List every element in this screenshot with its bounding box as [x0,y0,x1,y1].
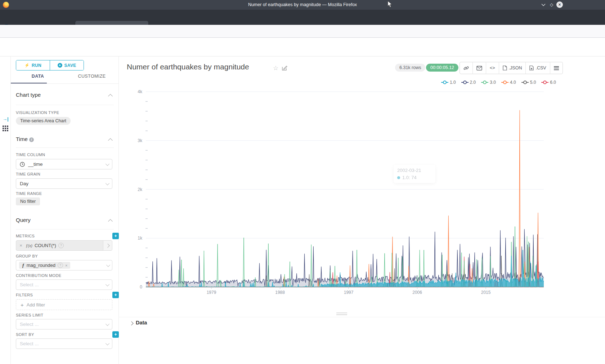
filters-label: FILTERS [16,293,33,297]
group-by-pill[interactable]: ƒ mag_rounded ? × [19,262,70,269]
chevron-down-icon [106,263,110,267]
add-filter-box[interactable]: + Add filter [16,299,112,310]
copy-link-button[interactable] [460,62,472,74]
save-button[interactable]: + SAVE [50,60,84,70]
svg-text:1997: 1997 [344,290,354,295]
metric-item[interactable]: × ƒ(x) COUNT(*) ? [16,240,112,251]
tab-customize[interactable]: CUSTOMIZE [65,74,119,79]
time-range-pill[interactable]: No filter [16,197,40,205]
divider [11,83,119,84]
chevron-down-icon [106,282,109,286]
add-sort-by-button[interactable]: + [112,331,119,338]
embed-code-button[interactable]: <> [486,62,499,74]
edit-title-icon[interactable] [282,65,287,71]
svg-text:2k: 2k [138,187,143,192]
run-button[interactable]: ⚡ RUN [16,60,50,70]
file-csv-icon [529,65,534,70]
metrics-label: METRICS [16,234,35,238]
window-title: Numer of earthquakes by magnitude — Mozi… [0,0,605,10]
chart-menu-button[interactable] [550,62,563,74]
tab-data[interactable]: DATA [11,74,65,79]
timeseries-area-chart[interactable]: 01k2k3k4k19791988199720062015 [119,77,605,302]
mouse-cursor [387,1,393,8]
contribution-mode-select[interactable]: Select ... [16,279,112,290]
series-limit-label: SERIES LIMIT [16,313,43,317]
question-icon: ? [58,263,63,268]
bolt-icon: ⚡ [24,63,30,68]
time-column-select[interactable]: __time [16,159,112,169]
window-minimize-button[interactable] [540,2,546,8]
time-column-value: __time [28,161,43,167]
divider [16,229,114,229]
left-rail: →| [0,56,11,364]
control-panel: ⚡ RUN + SAVE DATA CUSTOMIZE Chart type V… [11,56,119,364]
tooltip-date: 2002-03-21 [397,168,432,173]
favorite-star-icon[interactable]: ☆ [273,64,278,72]
add-filter-plus-button[interactable]: + [112,292,119,298]
time-grain-label: TIME GRAIN [16,172,40,176]
menu-icon [554,65,559,71]
tab-bar: Apache Druid × ∞ Numer of earthquakes by… [0,10,605,25]
plus-icon: + [21,302,24,308]
svg-text:0: 0 [140,285,142,290]
question-icon: ? [58,243,64,248]
chevron-down-icon [106,322,109,326]
svg-text:1979: 1979 [207,290,216,295]
window-maximize-button[interactable]: ◇ [548,2,555,8]
time-range-label: TIME RANGE [16,191,42,196]
collapse-panel-icon[interactable]: →| [3,116,9,122]
export-csv-button[interactable]: .CSV [525,62,550,74]
series-limit-select[interactable]: Select ... [16,319,112,329]
contribution-mode-label: CONTRIBUTION MODE [16,273,62,278]
chevron-down-icon [106,181,109,185]
chevron-up-icon[interactable] [108,138,113,143]
query-timer-badge: 00:00:05.12 [426,64,458,72]
section-query: Query [16,217,31,223]
remove-metric-icon[interactable]: × [16,243,26,248]
data-panel-header[interactable]: Data [136,320,147,326]
chart-area: Numer of earthquakes by magnitude ☆ 6.31… [119,56,605,364]
chevron-up-icon[interactable] [108,219,113,224]
chevron-down-icon [106,341,109,345]
screen: Numer of earthquakes by magnitude — Mozi… [0,0,605,364]
section-chart-type: Chart type [16,92,41,98]
code-icon: <> [490,65,495,70]
json-label: .JSON [509,65,522,70]
add-filter-label: Add filter [27,302,45,308]
sort-by-select[interactable]: Select ... [16,338,112,349]
section-time: Time i [16,136,34,142]
time-grain-value: Day [20,181,28,186]
sort-by-label: SORT BY [16,332,34,337]
run-save-group: ⚡ RUN + SAVE [16,60,84,70]
svg-text:2015: 2015 [481,290,491,295]
metric-name: COUNT(*) [35,243,56,248]
clock-icon [20,162,25,167]
email-button[interactable] [472,62,486,74]
dataset-grid-icon[interactable] [3,126,8,131]
window-close-button[interactable]: × [556,1,563,8]
window-titlebar: Numer of earthquakes by magnitude — Mozi… [0,0,605,10]
resize-handle[interactable] [336,311,347,316]
info-icon: i [29,137,34,142]
divider [16,147,114,148]
fx-icon: ƒ(x) [26,244,32,248]
chevron-right-icon [106,244,109,247]
chevron-right-icon[interactable] [129,321,133,325]
svg-text:2006: 2006 [412,290,422,295]
time-grain-select[interactable]: Day [16,178,112,189]
group-by-select[interactable]: ƒ mag_rounded ? × [16,260,112,270]
chart-tooltip: 2002-03-21 1.0: 74 [394,165,435,183]
export-json-button[interactable]: .JSON [499,62,526,74]
superset-navbar: Superset Dashboards Charts SQL Lab Data … [0,38,605,56]
plus-circle-icon: + [58,63,62,68]
viz-type-pill[interactable]: Time-series Area Chart [16,117,71,125]
svg-text:1k: 1k [138,236,143,241]
remove-column-icon[interactable]: × [65,263,67,268]
metric-expand[interactable] [103,241,112,250]
envelope-icon [476,66,482,70]
browser-toolbar: ← → 172.18.0.3:32108/superset/explore/?f… [0,25,605,38]
time-column-label: TIME COLUMN [16,153,45,157]
add-metric-button[interactable]: + [112,233,119,239]
svg-text:3k: 3k [138,138,143,143]
chevron-up-icon[interactable] [108,94,113,99]
